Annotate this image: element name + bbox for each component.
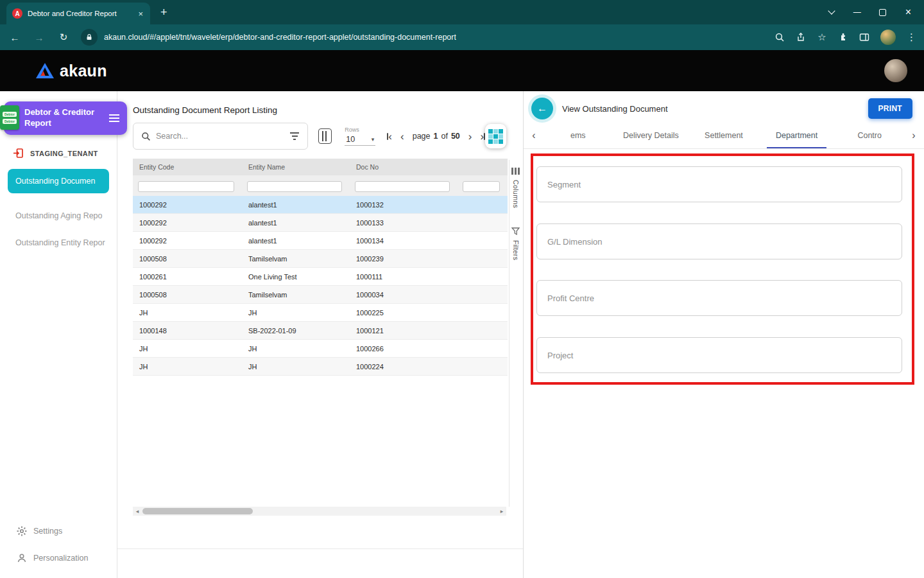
browser-window: A Debtor and Creditor Report × + — × ← →…: [0, 0, 924, 578]
personalization-label: Personalization: [33, 554, 88, 563]
new-tab-button[interactable]: +: [160, 6, 167, 18]
column-header-entity-code[interactable]: Entity Code: [133, 163, 242, 171]
pagination-next-button[interactable]: ›: [468, 131, 472, 142]
filters-funnel-icon[interactable]: [511, 227, 520, 235]
akaun-logo-icon: [36, 63, 54, 78]
table-row[interactable]: 1000508Tamilselvam1000239: [133, 250, 508, 268]
pagination-prev-button[interactable]: ‹: [400, 131, 404, 142]
listing-controls: Rows 10 ▾ ‹ ‹ page 1 of 50 ›: [133, 121, 523, 151]
browser-tab[interactable]: A Debtor and Creditor Report ×: [6, 3, 150, 24]
personalization-item[interactable]: Personalization: [0, 545, 117, 572]
column-header-doc-no[interactable]: Doc No: [350, 163, 458, 171]
column-filter-input[interactable]: [138, 181, 234, 192]
table-cell: 1000292: [133, 219, 242, 227]
applet-title: Debtor & Creditor Report: [24, 107, 101, 129]
apps-grid-button[interactable]: [485, 124, 506, 148]
window-controls: — ×: [829, 0, 924, 24]
print-button[interactable]: PRINT: [868, 98, 913, 119]
pagination-last-button[interactable]: ›: [480, 131, 485, 142]
table-cell: 1000508: [133, 255, 242, 263]
forward-icon[interactable]: →: [32, 32, 46, 43]
search-input[interactable]: [156, 132, 284, 141]
back-icon[interactable]: ←: [8, 32, 22, 43]
refresh-icon[interactable]: ↻: [56, 31, 71, 43]
table-row[interactable]: 1000261One Living Test1000111: [133, 268, 508, 286]
table-row[interactable]: 1000148SB-2022-01-091000121: [133, 322, 508, 340]
settings-item[interactable]: Settings: [0, 518, 117, 545]
rows-per-page-control[interactable]: Rows 10 ▾: [345, 127, 375, 146]
share-icon[interactable]: [796, 32, 806, 42]
table-cell: alantest1: [242, 219, 350, 227]
window-close-icon[interactable]: ×: [905, 6, 911, 18]
search-box[interactable]: [133, 123, 308, 150]
back-button[interactable]: ←: [531, 98, 553, 119]
tabs-scroll-left-icon[interactable]: ‹: [526, 130, 542, 141]
tab-delivery-details[interactable]: Delivery Details: [615, 122, 688, 148]
column-filter-input[interactable]: [463, 181, 500, 192]
maximize-icon[interactable]: [879, 9, 886, 16]
field-segment[interactable]: Segment: [536, 166, 902, 202]
url-bar[interactable]: akaun.cloud/#/applet/tnt/wavelet/erp/deb…: [81, 29, 764, 46]
zoom-icon[interactable]: [774, 32, 785, 42]
detail-title: View Outstanding Document: [562, 104, 668, 114]
tenant-row[interactable]: STAGING_TENANT: [0, 148, 117, 159]
scroll-right-icon[interactable]: ▸: [497, 507, 506, 516]
site-info-icon[interactable]: [81, 29, 98, 46]
tab-control[interactable]: Contro: [833, 122, 906, 148]
field-project[interactable]: Project: [536, 337, 902, 373]
gear-icon: [17, 526, 27, 536]
akaun-logo: akaun: [36, 62, 107, 80]
tab-title: Debtor and Creditor Report: [28, 10, 132, 17]
table-row[interactable]: JHJH1000225: [133, 304, 508, 322]
table-cell: 1000292: [133, 201, 242, 209]
table-row[interactable]: 1000292alantest11000134: [133, 232, 508, 250]
field-gl-dimension[interactable]: G/L Dimension: [536, 223, 902, 259]
tab-items[interactable]: ems: [542, 122, 615, 148]
tab-search-chevron-icon[interactable]: [828, 7, 835, 14]
table-row[interactable]: JHJH1000224: [133, 358, 508, 376]
tab-department[interactable]: Department: [760, 122, 834, 148]
table-cell: 1000239: [350, 255, 458, 263]
side-panel-icon[interactable]: [859, 32, 869, 42]
tab-settlement[interactable]: Settlement: [687, 122, 760, 148]
app-badge-icon: DebtorDebtor: [0, 105, 19, 130]
menu-hamburger-icon[interactable]: [109, 114, 119, 122]
user-avatar[interactable]: [884, 59, 907, 82]
scroll-left-icon[interactable]: ◂: [133, 507, 142, 516]
column-view-icon[interactable]: [318, 128, 332, 144]
table-cell: 1000034: [350, 291, 458, 299]
tabs-scroll-right-icon[interactable]: ›: [906, 130, 921, 141]
bookmark-star-icon[interactable]: ☆: [817, 31, 827, 43]
column-header-entity-name[interactable]: Entity Name: [242, 163, 350, 171]
browser-menu-icon[interactable]: ⋮: [907, 31, 916, 43]
scrollbar-thumb[interactable]: [142, 508, 253, 514]
table-row[interactable]: 1000292alantest11000132: [133, 196, 508, 214]
horizontal-scrollbar[interactable]: ◂ ▸: [133, 507, 506, 516]
table-row[interactable]: 1000508Tamilselvam1000034: [133, 286, 508, 304]
table-row[interactable]: JHJH1000266: [133, 340, 508, 358]
filter-list-icon[interactable]: [289, 132, 300, 139]
akaun-logo-text: akaun: [60, 62, 107, 80]
pagination-first-button[interactable]: ‹: [387, 131, 392, 142]
column-filter-input[interactable]: [355, 181, 450, 192]
sidebar-item-outstanding-document[interactable]: Outstanding Documen: [8, 169, 109, 193]
rows-value: 10: [346, 135, 355, 144]
columns-icon[interactable]: [511, 168, 520, 175]
minimize-icon[interactable]: —: [853, 8, 860, 17]
apps-grid-icon: [488, 129, 503, 144]
tab-close-icon[interactable]: ×: [137, 9, 144, 19]
extensions-puzzle-icon[interactable]: [838, 32, 848, 42]
sidebar-item-outstanding-aging[interactable]: Outstanding Aging Repo: [0, 211, 117, 220]
sidebar-item-outstanding-entity[interactable]: Outstanding Entity Repor: [0, 238, 117, 247]
browser-toolbar: ← → ↻ akaun.cloud/#/applet/tnt/wavelet/e…: [0, 24, 924, 50]
columns-tool-label[interactable]: Columns: [512, 180, 520, 208]
column-filter-input[interactable]: [247, 181, 342, 192]
listing-panel: Outstanding Document Report Listing Rows…: [117, 91, 523, 578]
table-row[interactable]: 1000292alantest11000133: [133, 214, 508, 232]
person-icon: [17, 553, 27, 563]
field-profit-centre[interactable]: Profit Centre: [536, 280, 902, 316]
table-cell: JH: [242, 363, 350, 371]
browser-profile-avatar[interactable]: [880, 30, 896, 45]
applet-banner: DebtorDebtor Debtor & Creditor Report: [4, 101, 127, 135]
filters-tool-label[interactable]: Filters: [512, 240, 520, 260]
